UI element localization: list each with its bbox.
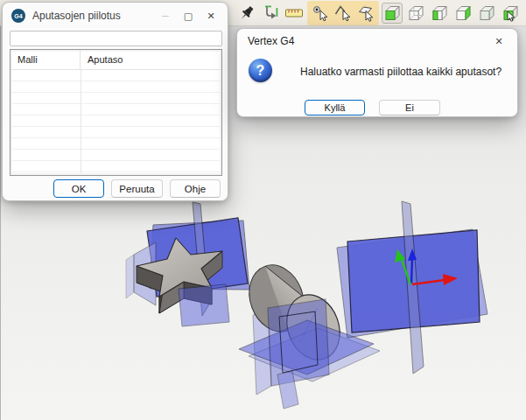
column-header-malli[interactable]: Malli [11,50,81,69]
select-point-icon[interactable] [310,3,331,24]
cancel-button[interactable]: Peruuta [111,179,163,198]
no-button[interactable]: Ei [379,100,440,116]
confirm-dialog-title: Vertex G4 [248,35,294,47]
cube-front-face-icon[interactable] [382,3,403,24]
repeat-last-command-icon[interactable] [260,3,281,24]
help-button[interactable]: Ohje [170,179,221,198]
maximize-button[interactable]: ▢ [180,8,196,24]
construction-plane-star-bottom[interactable] [179,284,229,326]
measure-ruler-icon[interactable] [284,3,305,24]
column-divider [81,70,81,173]
minimize-button[interactable]: ─ [158,8,173,24]
cube-right-face-icon[interactable] [452,3,473,24]
planes-hide-dialog: G4 Aputasojen piilotus ─ ▢ ✕ Malli Aputa… [2,2,228,201]
planes-table: Malli Aputaso [10,49,222,176]
g4-logo-icon: G4 [11,9,25,23]
cube-wireframe-icon[interactable] [405,3,426,24]
select-edge-icon[interactable] [333,3,354,24]
confirm-message: Haluatko varmasti piilottaa kaikki aputa… [300,66,501,78]
cube-solid-icon[interactable] [476,3,497,24]
close-icon[interactable]: ✕ [491,33,507,49]
cube-left-face-icon[interactable] [429,3,450,24]
yes-button[interactable]: Kyllä [305,100,365,116]
selection-mode-group [307,1,379,25]
planes-dialog-title: Aputasojen piilotus [32,10,121,22]
planes-dialog-titlebar[interactable]: G4 Aputasojen piilotus ─ ▢ ✕ [3,3,228,29]
pushpin-icon[interactable] [236,3,257,24]
ok-button[interactable]: OK [53,179,104,198]
plane-filter-input[interactable] [10,31,222,46]
confirm-dialog-titlebar[interactable]: Vertex G4 ✕ [237,29,517,53]
confirm-dialog: Vertex G4 ✕ ? Haluatko varmasti piilotta… [236,28,518,117]
question-mark-icon: ? [249,59,272,82]
planes-table-body[interactable] [12,70,220,173]
close-button[interactable]: ✕ [203,8,219,24]
select-face-icon[interactable] [355,3,376,24]
column-header-aputaso[interactable]: Aputaso [81,50,221,69]
cube-select-face-icon[interactable] [500,3,521,24]
